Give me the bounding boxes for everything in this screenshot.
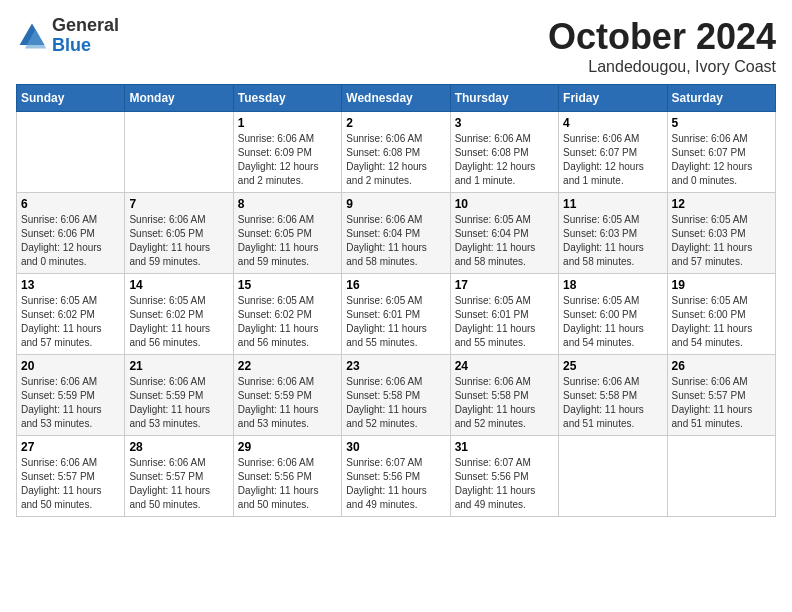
title-block: October 2024 Landedougou, Ivory Coast xyxy=(548,16,776,76)
day-info: Sunrise: 6:06 AM Sunset: 6:05 PM Dayligh… xyxy=(238,213,337,269)
calendar-cell: 30Sunrise: 6:07 AM Sunset: 5:56 PM Dayli… xyxy=(342,436,450,517)
day-number: 5 xyxy=(672,116,771,130)
day-number: 4 xyxy=(563,116,662,130)
calendar-cell: 10Sunrise: 6:05 AM Sunset: 6:04 PM Dayli… xyxy=(450,193,558,274)
day-number: 9 xyxy=(346,197,445,211)
header-friday: Friday xyxy=(559,85,667,112)
day-info: Sunrise: 6:06 AM Sunset: 5:59 PM Dayligh… xyxy=(21,375,120,431)
page-subtitle: Landedougou, Ivory Coast xyxy=(548,58,776,76)
calendar-cell: 20Sunrise: 6:06 AM Sunset: 5:59 PM Dayli… xyxy=(17,355,125,436)
day-number: 25 xyxy=(563,359,662,373)
day-number: 27 xyxy=(21,440,120,454)
page-title: October 2024 xyxy=(548,16,776,58)
calendar-cell: 22Sunrise: 6:06 AM Sunset: 5:59 PM Dayli… xyxy=(233,355,341,436)
day-info: Sunrise: 6:06 AM Sunset: 5:57 PM Dayligh… xyxy=(129,456,228,512)
week-row-4: 20Sunrise: 6:06 AM Sunset: 5:59 PM Dayli… xyxy=(17,355,776,436)
day-info: Sunrise: 6:06 AM Sunset: 5:57 PM Dayligh… xyxy=(21,456,120,512)
calendar-cell xyxy=(667,436,775,517)
calendar-cell: 5Sunrise: 6:06 AM Sunset: 6:07 PM Daylig… xyxy=(667,112,775,193)
calendar-cell: 8Sunrise: 6:06 AM Sunset: 6:05 PM Daylig… xyxy=(233,193,341,274)
calendar-cell: 19Sunrise: 6:05 AM Sunset: 6:00 PM Dayli… xyxy=(667,274,775,355)
day-number: 17 xyxy=(455,278,554,292)
day-info: Sunrise: 6:07 AM Sunset: 5:56 PM Dayligh… xyxy=(455,456,554,512)
day-number: 15 xyxy=(238,278,337,292)
calendar-cell: 26Sunrise: 6:06 AM Sunset: 5:57 PM Dayli… xyxy=(667,355,775,436)
logo-general-text: General xyxy=(52,16,119,36)
calendar-cell xyxy=(17,112,125,193)
day-info: Sunrise: 6:05 AM Sunset: 6:02 PM Dayligh… xyxy=(238,294,337,350)
calendar-cell: 14Sunrise: 6:05 AM Sunset: 6:02 PM Dayli… xyxy=(125,274,233,355)
header-thursday: Thursday xyxy=(450,85,558,112)
day-info: Sunrise: 6:05 AM Sunset: 6:00 PM Dayligh… xyxy=(563,294,662,350)
day-info: Sunrise: 6:05 AM Sunset: 6:00 PM Dayligh… xyxy=(672,294,771,350)
header-tuesday: Tuesday xyxy=(233,85,341,112)
page-header: General Blue October 2024 Landedougou, I… xyxy=(16,16,776,76)
calendar-cell: 18Sunrise: 6:05 AM Sunset: 6:00 PM Dayli… xyxy=(559,274,667,355)
day-info: Sunrise: 6:05 AM Sunset: 6:01 PM Dayligh… xyxy=(455,294,554,350)
calendar-cell: 4Sunrise: 6:06 AM Sunset: 6:07 PM Daylig… xyxy=(559,112,667,193)
day-number: 20 xyxy=(21,359,120,373)
week-row-3: 13Sunrise: 6:05 AM Sunset: 6:02 PM Dayli… xyxy=(17,274,776,355)
calendar-cell: 17Sunrise: 6:05 AM Sunset: 6:01 PM Dayli… xyxy=(450,274,558,355)
day-info: Sunrise: 6:05 AM Sunset: 6:01 PM Dayligh… xyxy=(346,294,445,350)
day-number: 11 xyxy=(563,197,662,211)
day-info: Sunrise: 6:06 AM Sunset: 5:58 PM Dayligh… xyxy=(455,375,554,431)
day-info: Sunrise: 6:05 AM Sunset: 6:04 PM Dayligh… xyxy=(455,213,554,269)
day-number: 13 xyxy=(21,278,120,292)
header-wednesday: Wednesday xyxy=(342,85,450,112)
day-info: Sunrise: 6:06 AM Sunset: 6:08 PM Dayligh… xyxy=(346,132,445,188)
calendar-header-row: SundayMondayTuesdayWednesdayThursdayFrid… xyxy=(17,85,776,112)
day-info: Sunrise: 6:06 AM Sunset: 6:06 PM Dayligh… xyxy=(21,213,120,269)
calendar-cell: 25Sunrise: 6:06 AM Sunset: 5:58 PM Dayli… xyxy=(559,355,667,436)
day-number: 26 xyxy=(672,359,771,373)
calendar-cell: 23Sunrise: 6:06 AM Sunset: 5:58 PM Dayli… xyxy=(342,355,450,436)
calendar-cell xyxy=(559,436,667,517)
calendar-cell: 2Sunrise: 6:06 AM Sunset: 6:08 PM Daylig… xyxy=(342,112,450,193)
calendar-cell: 3Sunrise: 6:06 AM Sunset: 6:08 PM Daylig… xyxy=(450,112,558,193)
calendar-cell: 16Sunrise: 6:05 AM Sunset: 6:01 PM Dayli… xyxy=(342,274,450,355)
day-number: 21 xyxy=(129,359,228,373)
logo-blue-text: Blue xyxy=(52,36,119,56)
day-info: Sunrise: 6:06 AM Sunset: 6:04 PM Dayligh… xyxy=(346,213,445,269)
calendar-cell: 12Sunrise: 6:05 AM Sunset: 6:03 PM Dayli… xyxy=(667,193,775,274)
day-info: Sunrise: 6:06 AM Sunset: 5:58 PM Dayligh… xyxy=(563,375,662,431)
day-info: Sunrise: 6:05 AM Sunset: 6:02 PM Dayligh… xyxy=(21,294,120,350)
week-row-5: 27Sunrise: 6:06 AM Sunset: 5:57 PM Dayli… xyxy=(17,436,776,517)
day-number: 7 xyxy=(129,197,228,211)
calendar-cell: 27Sunrise: 6:06 AM Sunset: 5:57 PM Dayli… xyxy=(17,436,125,517)
day-info: Sunrise: 6:06 AM Sunset: 5:59 PM Dayligh… xyxy=(238,375,337,431)
calendar-cell: 28Sunrise: 6:06 AM Sunset: 5:57 PM Dayli… xyxy=(125,436,233,517)
calendar-cell: 24Sunrise: 6:06 AM Sunset: 5:58 PM Dayli… xyxy=(450,355,558,436)
calendar-cell: 15Sunrise: 6:05 AM Sunset: 6:02 PM Dayli… xyxy=(233,274,341,355)
day-number: 19 xyxy=(672,278,771,292)
day-number: 8 xyxy=(238,197,337,211)
day-number: 14 xyxy=(129,278,228,292)
logo-icon xyxy=(16,20,48,52)
day-info: Sunrise: 6:06 AM Sunset: 6:07 PM Dayligh… xyxy=(563,132,662,188)
calendar-cell: 31Sunrise: 6:07 AM Sunset: 5:56 PM Dayli… xyxy=(450,436,558,517)
day-number: 3 xyxy=(455,116,554,130)
calendar-cell: 6Sunrise: 6:06 AM Sunset: 6:06 PM Daylig… xyxy=(17,193,125,274)
day-number: 31 xyxy=(455,440,554,454)
day-info: Sunrise: 6:06 AM Sunset: 6:07 PM Dayligh… xyxy=(672,132,771,188)
day-number: 22 xyxy=(238,359,337,373)
day-info: Sunrise: 6:05 AM Sunset: 6:02 PM Dayligh… xyxy=(129,294,228,350)
day-info: Sunrise: 6:06 AM Sunset: 5:58 PM Dayligh… xyxy=(346,375,445,431)
day-number: 12 xyxy=(672,197,771,211)
day-number: 28 xyxy=(129,440,228,454)
calendar-table: SundayMondayTuesdayWednesdayThursdayFrid… xyxy=(16,84,776,517)
day-number: 30 xyxy=(346,440,445,454)
calendar-cell: 13Sunrise: 6:05 AM Sunset: 6:02 PM Dayli… xyxy=(17,274,125,355)
day-number: 6 xyxy=(21,197,120,211)
day-number: 18 xyxy=(563,278,662,292)
header-monday: Monday xyxy=(125,85,233,112)
week-row-2: 6Sunrise: 6:06 AM Sunset: 6:06 PM Daylig… xyxy=(17,193,776,274)
day-number: 23 xyxy=(346,359,445,373)
calendar-cell: 11Sunrise: 6:05 AM Sunset: 6:03 PM Dayli… xyxy=(559,193,667,274)
day-info: Sunrise: 6:06 AM Sunset: 6:09 PM Dayligh… xyxy=(238,132,337,188)
day-info: Sunrise: 6:07 AM Sunset: 5:56 PM Dayligh… xyxy=(346,456,445,512)
day-number: 29 xyxy=(238,440,337,454)
day-info: Sunrise: 6:06 AM Sunset: 6:08 PM Dayligh… xyxy=(455,132,554,188)
calendar-cell: 29Sunrise: 6:06 AM Sunset: 5:56 PM Dayli… xyxy=(233,436,341,517)
day-info: Sunrise: 6:05 AM Sunset: 6:03 PM Dayligh… xyxy=(672,213,771,269)
